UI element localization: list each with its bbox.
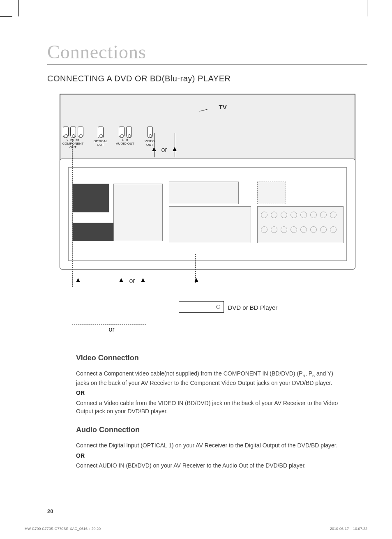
page-number: 20	[47, 508, 53, 514]
heading-audio-connection: Audio Connection	[76, 424, 339, 437]
label-dvd-bd-player: DVD or BD Player	[228, 304, 278, 311]
video-paragraph-1: Connect a Component video cable(not supp…	[76, 369, 339, 387]
arrow-up-icon	[141, 278, 145, 282]
connection-diagram: COMPONENT IN VIDEO IN Y PB PR TV or	[60, 94, 355, 336]
arrow-up-icon	[119, 278, 123, 282]
tv-icon	[60, 94, 105, 127]
label-tv: TV	[219, 104, 227, 111]
port-group-optical-out: OPTICAL OUT	[92, 127, 109, 147]
footer: HW-C700-C770S-C770BS-XAC_0616.in20 20 20…	[25, 527, 367, 531]
or-label-3: or	[109, 326, 115, 333]
arrow-up-icon	[194, 278, 198, 282]
heading-video-connection: Video Connection	[76, 352, 339, 365]
body-text: Video Connection Connect a Component vid…	[76, 352, 339, 470]
or-label-2: or	[129, 277, 135, 285]
video-paragraph-2: Connect a Video cable from the VIDEO IN …	[76, 399, 339, 416]
av-receiver-rear-panel	[60, 159, 355, 270]
or-separator: OR	[76, 389, 339, 397]
section-title: CONNECTING A DVD OR BD(Blu-ray) PLAYER	[47, 74, 367, 86]
port-group-audio-out: L R AUDIO OUT	[115, 127, 136, 146]
footer-filename: HW-C700-C770S-C770BS-XAC_0616.in20 20	[25, 527, 101, 531]
or-label-1: or	[161, 146, 167, 154]
chapter-title: Connections	[47, 41, 367, 65]
arrow-up-icon	[76, 278, 80, 282]
audio-paragraph-2: Connect AUDIO IN (BD/DVD) on your AV Rec…	[76, 461, 339, 470]
footer-time: 10:07:22	[353, 527, 367, 531]
or-separator: OR	[76, 451, 339, 460]
footer-date: 2010-06-17	[330, 527, 349, 531]
manual-page: Connections CONNECTING A DVD OR BD(Blu-r…	[0, 0, 392, 539]
port-group-video-out: VIDEO OUT	[142, 127, 158, 147]
port-group-component-out: Y PB PR COMPONENT OUT	[60, 127, 87, 150]
dvd-bd-player-icon	[179, 301, 224, 313]
audio-paragraph-1: Connect the Digital Input (OPTICAL 1) on…	[76, 441, 339, 449]
